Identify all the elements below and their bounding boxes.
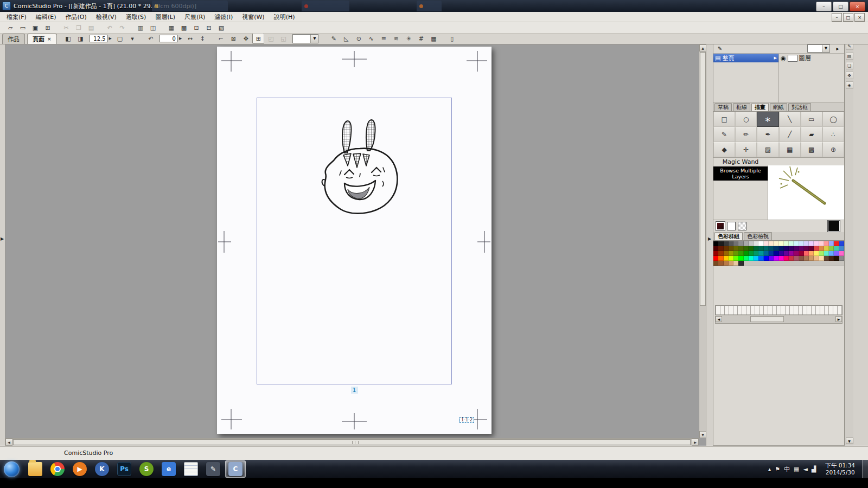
palette-color[interactable] (738, 241, 743, 246)
dock-down-icon[interactable]: ▼ (846, 438, 853, 444)
panel-combo[interactable]: ▼ (807, 44, 830, 53)
palette-color[interactable] (729, 241, 733, 246)
palette-color[interactable] (829, 246, 834, 251)
tab-close-icon[interactable]: × (47, 36, 52, 42)
wave-lines-icon[interactable]: ≋ (390, 33, 402, 44)
print-icon[interactable]: ▥ (135, 22, 146, 33)
chevron-down-icon[interactable]: ▼ (310, 35, 318, 43)
palette-color[interactable] (764, 246, 769, 251)
palette-color[interactable] (744, 251, 749, 256)
snap-icon[interactable]: ⊡ (190, 22, 202, 33)
palette-color[interactable] (784, 256, 789, 261)
palette-color[interactable] (789, 256, 794, 261)
palette-color[interactable] (733, 251, 738, 256)
ellipse-shape-tool[interactable]: ◯ (822, 112, 844, 127)
palette-color[interactable] (794, 246, 799, 251)
palette-color[interactable] (758, 256, 763, 261)
palette-color[interactable] (809, 246, 814, 251)
panel-splitter[interactable]: ▶ (706, 44, 713, 446)
palette-color[interactable] (733, 261, 738, 266)
gradient-tool[interactable]: ▨ (757, 142, 778, 157)
palette-color[interactable] (744, 246, 749, 251)
horizontal-scrollbar[interactable]: ◀ ▶ (5, 438, 699, 446)
rotate-view-icon[interactable]: ↶ (145, 33, 157, 44)
palette-color[interactable] (724, 241, 729, 246)
dock-page-icon[interactable]: ▤ (846, 52, 853, 60)
cut-icon[interactable]: ✂ (60, 22, 72, 33)
layer-list-item[interactable]: ◉ 圖層 (779, 54, 844, 62)
palette-color[interactable] (779, 246, 784, 251)
pencil-tool[interactable]: ✏ (735, 127, 757, 142)
canvas-area[interactable]: 1 1-1-2 (5, 44, 699, 438)
palette-color[interactable] (729, 246, 733, 251)
palette-color[interactable] (713, 246, 718, 251)
rotation-input[interactable]: 0 (159, 35, 178, 42)
palette-color[interactable] (713, 251, 718, 256)
palette-color[interactable] (814, 256, 819, 261)
palette-color[interactable] (769, 251, 774, 256)
expand-arrow-icon[interactable]: ▶ (774, 56, 777, 60)
mdi-restore-button[interactable]: □ (843, 13, 853, 22)
area-select-icon[interactable]: ⊞ (252, 33, 264, 44)
scroll-right-icon[interactable]: ▶ (835, 316, 842, 322)
palette-color[interactable] (814, 246, 819, 251)
menu-item[interactable]: 編輯(E) (31, 12, 61, 22)
tray-hidden-icons[interactable]: ▴ (768, 466, 771, 473)
palette-color[interactable] (774, 246, 778, 251)
tool-option-label[interactable]: Browse Multiple Layers (713, 166, 768, 181)
horizontal-scroll-thumb[interactable] (13, 439, 691, 445)
palette-color[interactable] (758, 246, 763, 251)
redo-icon[interactable]: ↷ (116, 22, 128, 33)
zoom-input[interactable]: 12.5 (90, 35, 108, 42)
palette-color[interactable] (814, 251, 819, 256)
scroll-right-icon[interactable]: ▶ (692, 439, 699, 446)
memo-icon[interactable]: ▯ (446, 33, 458, 44)
palette-color[interactable] (718, 241, 723, 246)
palette-color[interactable] (804, 251, 809, 256)
taskbar-clock[interactable]: 下午 01:34 2014/5/30 (825, 462, 855, 476)
hatch-lines-icon[interactable]: # (415, 33, 427, 44)
palette-color[interactable] (733, 241, 738, 246)
palette-color[interactable] (774, 256, 778, 261)
ink-pen-tool[interactable]: ✒ (757, 127, 778, 142)
palette-color[interactable] (718, 251, 723, 256)
palette-color[interactable] (713, 241, 718, 246)
palette-color[interactable] (804, 256, 809, 261)
tone-tool[interactable]: ▦ (779, 142, 801, 157)
circle-ruler-icon[interactable]: ⊙ (353, 33, 365, 44)
palette-color[interactable] (839, 241, 844, 246)
palette-color[interactable] (829, 241, 834, 246)
taskbar-chrome-icon[interactable] (47, 460, 68, 478)
selection-mode-combo[interactable]: ▼ (292, 34, 318, 43)
copy-icon[interactable]: ❐ (73, 22, 85, 33)
tool-category-tab[interactable]: 草稿 (714, 103, 732, 111)
mask-b-icon[interactable]: ◱ (277, 33, 289, 44)
menu-item[interactable]: 檔案(F) (2, 12, 31, 22)
palette-color[interactable] (839, 251, 844, 256)
color-tab[interactable]: 色彩檢視 (744, 232, 772, 240)
palette-color[interactable] (799, 241, 804, 246)
palette-color[interactable] (829, 256, 834, 261)
palette-color[interactable] (834, 251, 839, 256)
palette-color[interactable] (789, 251, 794, 256)
tray-keyboard-icon[interactable]: ▦ (794, 466, 799, 473)
menu-item[interactable]: 作品(O) (61, 12, 91, 22)
vertical-scroll-thumb[interactable] (700, 52, 706, 306)
rotation-stepper[interactable]: ▶ (179, 36, 182, 41)
undo-icon[interactable]: ↶ (104, 22, 116, 33)
tray-network-icon[interactable]: ▟ (812, 466, 816, 473)
palette-color[interactable] (764, 256, 769, 261)
palette-color[interactable] (744, 241, 749, 246)
palette-color[interactable] (839, 246, 844, 251)
tray-action-center-icon[interactable]: ⚑ (775, 466, 780, 473)
crop-mark-icon[interactable]: ⊠ (227, 33, 239, 44)
menu-item[interactable]: 尺規(R) (180, 12, 209, 22)
frame-label[interactable]: 1-1-2 (459, 417, 474, 423)
menu-item[interactable]: 檢視(V) (92, 12, 121, 22)
palette-color[interactable] (829, 251, 834, 256)
taskbar-explorer-icon[interactable] (25, 460, 46, 478)
taskbar-paint-tool-icon[interactable]: ✎ (203, 460, 224, 478)
palette-color[interactable] (779, 241, 784, 246)
palette-color[interactable] (758, 241, 763, 246)
palette-color[interactable] (769, 256, 774, 261)
